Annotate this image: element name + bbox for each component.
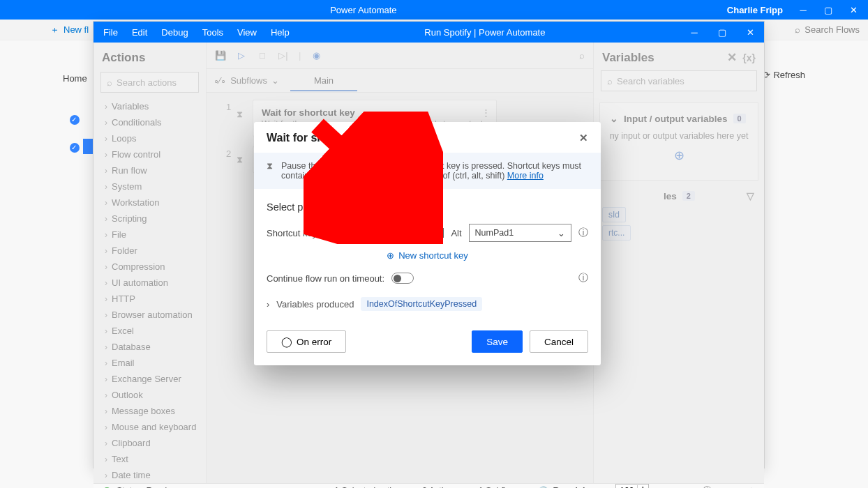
action-category[interactable]: Compression (93, 259, 206, 275)
close-panel-icon[interactable]: ✕ (727, 50, 737, 65)
io-variables-section: ⌄Input / output variables0 ny input or o… (599, 102, 758, 181)
action-category[interactable]: Variables (93, 98, 206, 114)
action-category[interactable]: Flow control (93, 146, 206, 162)
tab-main[interactable]: Main (290, 70, 357, 91)
info-icon[interactable]: ⓘ (578, 227, 588, 239)
continue-row: Continue flow run on timeout: ⓘ (254, 268, 601, 289)
menu-file[interactable]: File (103, 27, 118, 38)
new-flow-button[interactable]: ＋ New fl (50, 24, 89, 36)
run-icon[interactable]: ▷ (236, 50, 247, 61)
shortcut-row: Shortcut key #1 Ctrl Shift Alt NumPad1⌄ … (254, 220, 601, 246)
canvas-toolbar: 💾 ▷ □ ▷| | ◉ ⌕ (207, 43, 593, 69)
cancel-button[interactable]: Cancel (530, 330, 588, 353)
status-ok-icon: ◯ (102, 486, 112, 489)
subflows-dropdown[interactable]: ∘⁄∘Subflows⌄ (214, 75, 279, 86)
editor-close-icon[interactable]: ✕ (736, 22, 764, 43)
new-shortcut-button[interactable]: ⊕New shortcut key (254, 246, 601, 268)
step-more-icon[interactable]: ⋮ (481, 107, 491, 118)
subflow-icon: ∘⁄∘ (214, 75, 226, 86)
refresh-button[interactable]: ⟳Refresh (763, 70, 805, 80)
maximize-icon[interactable]: ▢ (822, 3, 835, 16)
hourglass-icon: ⧗ (267, 161, 273, 181)
action-category[interactable]: UI automation (93, 275, 206, 291)
info-icon[interactable]: ⓘ (703, 485, 712, 489)
action-category[interactable]: Clipboard (93, 435, 206, 451)
modal-info: ⧗ Pause the flow run until a specific sh… (254, 153, 601, 189)
editor-minimize-icon[interactable]: ─ (680, 22, 708, 43)
app-titlebar: Power Automate Charlie Fripp ─ ▢ ✕ (0, 0, 868, 20)
actions-list[interactable]: Variables Conditionals Loops Flow contro… (93, 98, 206, 483)
variable-chip[interactable]: rtc... (602, 225, 631, 241)
modal-close-icon[interactable]: ✕ (579, 132, 588, 144)
search-flows[interactable]: ⌕Search Flows (795, 24, 860, 35)
action-category[interactable]: Scripting (93, 211, 206, 227)
warnings-icon[interactable]: ⚠ (747, 486, 756, 489)
action-category[interactable]: System (93, 178, 206, 195)
minimize-icon[interactable]: ─ (797, 3, 809, 16)
action-category[interactable]: Workstation (93, 195, 206, 211)
editor-title: Run Spotify | Power Automate (290, 27, 680, 38)
save-icon[interactable]: 💾 (215, 50, 226, 61)
variable-chip[interactable]: sId (602, 207, 626, 222)
action-category[interactable]: Run flow (93, 162, 206, 178)
variables-panel: Variables ✕ {x} ⌕Search variables ⌄Input… (593, 43, 764, 483)
action-category[interactable]: Conditionals (93, 114, 206, 130)
action-category[interactable]: Date time (93, 467, 206, 483)
editor-titlebar: File Edit Debug Tools View Help Run Spot… (93, 22, 764, 43)
braces-icon[interactable]: {x} (742, 52, 756, 63)
step-icon[interactable]: ▷| (278, 50, 289, 61)
variable-produced-pill[interactable]: IndexOfShortcutKeyPressed (361, 297, 482, 311)
menu-help[interactable]: Help (271, 27, 290, 38)
key-select[interactable]: NumPad1⌄ (469, 224, 571, 242)
action-category[interactable]: File (93, 227, 206, 243)
action-category[interactable]: HTTP (93, 291, 206, 307)
flow-variables-header: ⌄ les 2 ▽ (594, 181, 764, 204)
action-category[interactable]: Database (93, 339, 206, 355)
menu-tools[interactable]: Tools (202, 27, 223, 38)
action-category[interactable]: Browser automation (93, 307, 206, 323)
stop-icon[interactable]: □ (257, 50, 268, 61)
canvas-search-icon[interactable]: ⌕ (579, 50, 585, 61)
action-category[interactable]: Loops (93, 130, 206, 146)
add-io-variable-icon[interactable]: ⊕ (607, 148, 751, 163)
continue-toggle[interactable] (391, 273, 414, 284)
io-empty-text: ny input or output variables here yet (607, 131, 751, 141)
errors-icon[interactable]: ⊘ (733, 486, 740, 489)
action-category[interactable]: Exchange Server (93, 371, 206, 387)
action-category[interactable]: Mouse and keyboard (93, 419, 206, 435)
variables-search[interactable]: ⌕Search variables (601, 70, 757, 91)
action-category[interactable]: Message boxes (93, 403, 206, 419)
menu-edit[interactable]: Edit (132, 27, 147, 38)
save-button[interactable]: Save (472, 330, 523, 353)
info-icon[interactable]: ⓘ (578, 272, 588, 284)
menu-debug[interactable]: Debug (161, 27, 188, 38)
ctrl-checkbox[interactable] (356, 228, 365, 238)
action-category[interactable]: Outlook (93, 387, 206, 403)
variables-produced-row[interactable]: › Variables produced IndexOfShortcutKeyP… (254, 289, 601, 319)
shield-icon: ◯ (281, 336, 292, 347)
action-category[interactable]: Folder (93, 243, 206, 259)
alt-checkbox[interactable] (435, 228, 444, 238)
shift-checkbox[interactable] (394, 228, 403, 238)
chevron-down-icon[interactable]: ⌄ (610, 113, 618, 124)
more-info-link[interactable]: More info (507, 171, 544, 181)
app-user[interactable]: Charlie Fripp (727, 5, 783, 15)
record-icon[interactable]: ◉ (310, 50, 322, 61)
spinner-up-icon[interactable]: ▲ (640, 485, 645, 488)
action-category[interactable]: Text (93, 451, 206, 467)
flow-selected-item[interactable] (83, 139, 93, 154)
run-delay-spinner[interactable]: ▲▼ (615, 484, 649, 488)
menu-view[interactable]: View (237, 27, 257, 38)
modal-footer: ◯On error Save Cancel (254, 319, 601, 365)
action-category[interactable]: Excel (93, 323, 206, 339)
action-category[interactable]: Email (93, 355, 206, 371)
home-link[interactable]: Home (63, 73, 87, 84)
filter-icon[interactable]: ▽ (747, 190, 754, 201)
on-error-button[interactable]: ◯On error (267, 330, 346, 353)
close-icon[interactable]: ✕ (847, 3, 860, 16)
clock-icon: 🕘 (538, 486, 549, 489)
editor-maximize-icon[interactable]: ▢ (708, 22, 736, 43)
hourglass-icon: ⧗ (237, 109, 243, 120)
actions-search[interactable]: ⌕Search actions (100, 72, 199, 93)
actions-panel: Actions ⌕Search actions Variables Condit… (93, 43, 207, 483)
